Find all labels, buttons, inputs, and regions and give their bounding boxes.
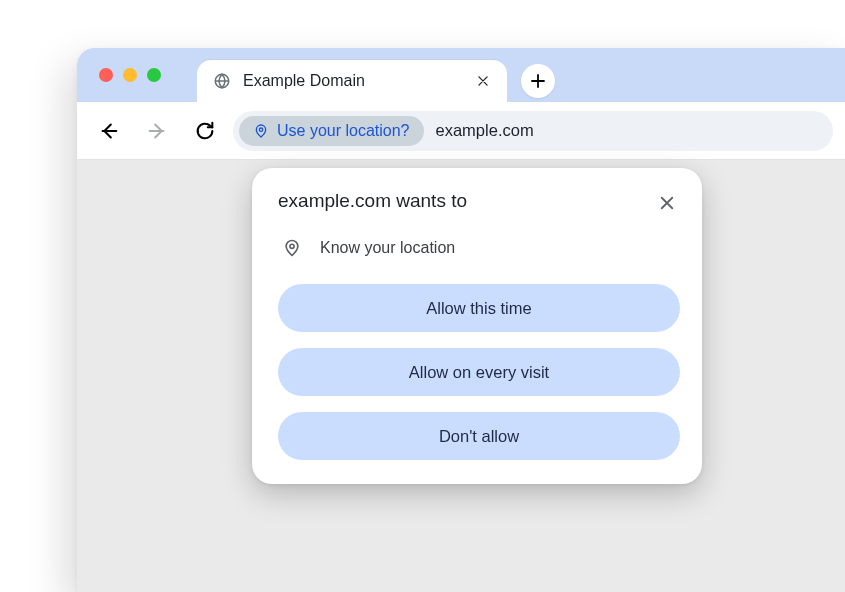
back-button[interactable] (89, 111, 129, 151)
reload-button[interactable] (185, 111, 225, 151)
new-tab-button[interactable] (521, 64, 555, 98)
tab-title: Example Domain (243, 72, 461, 90)
forward-button[interactable] (137, 111, 177, 151)
permission-chip-label: Use your location? (277, 122, 410, 140)
reload-icon (194, 120, 216, 142)
permission-request-label: Know your location (320, 239, 455, 257)
allow-on-every-visit-button[interactable]: Allow on every visit (278, 348, 680, 396)
arrow-right-icon (146, 120, 168, 142)
allow-this-time-button[interactable]: Allow this time (278, 284, 680, 332)
svg-point-2 (290, 244, 294, 248)
permission-request-row: Know your location (278, 238, 680, 258)
svg-point-1 (259, 128, 262, 131)
arrow-left-icon (98, 120, 120, 142)
address-bar[interactable]: Use your location? example.com (233, 111, 833, 151)
window-minimize-button[interactable] (123, 68, 137, 82)
plus-icon (529, 72, 547, 90)
window-controls (99, 68, 161, 82)
close-icon (476, 74, 490, 88)
browser-tab[interactable]: Example Domain (197, 60, 507, 102)
globe-icon (213, 72, 231, 90)
location-pin-icon (253, 123, 269, 139)
location-pin-icon (282, 238, 302, 258)
url-text: example.com (436, 121, 534, 140)
permission-dialog-title: example.com wants to (278, 190, 467, 212)
tab-close-button[interactable] (473, 71, 493, 91)
permission-chip[interactable]: Use your location? (239, 116, 424, 146)
window-maximize-button[interactable] (147, 68, 161, 82)
tab-strip: Example Domain (77, 48, 845, 102)
browser-window: Example Domain (77, 48, 845, 592)
dont-allow-button[interactable]: Don't allow (278, 412, 680, 460)
window-close-button[interactable] (99, 68, 113, 82)
toolbar: Use your location? example.com (77, 102, 845, 160)
permission-dialog-close-button[interactable] (654, 190, 680, 216)
close-icon (658, 194, 676, 212)
permission-dialog: example.com wants to Know your location … (252, 168, 702, 484)
